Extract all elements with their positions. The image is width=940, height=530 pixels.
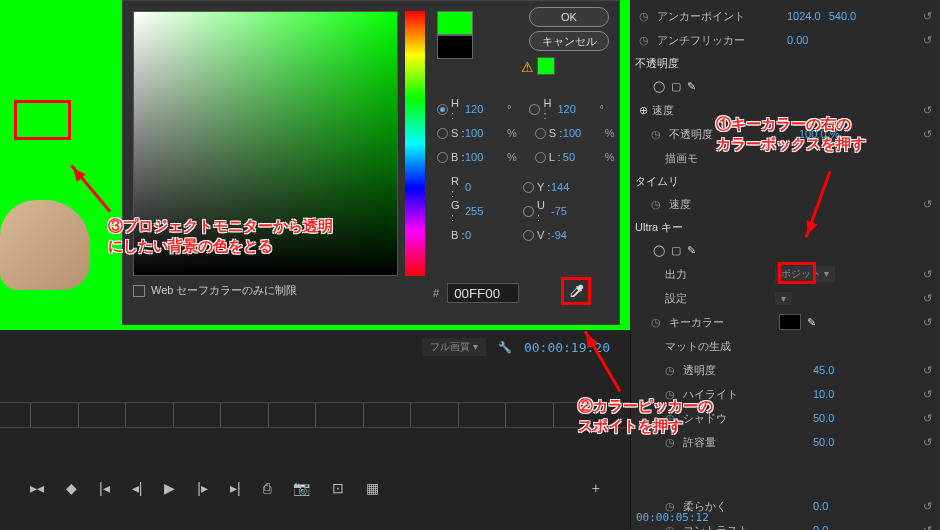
s2-value[interactable]: 100	[563, 127, 603, 139]
reset-icon[interactable]: ↺	[923, 412, 932, 425]
stopwatch-icon[interactable]: ◷	[651, 198, 665, 211]
shadow-value[interactable]: 50.0	[813, 412, 834, 424]
color-picker-dialog: OK キャンセル ⚠ H : 120° H : 120° S :	[122, 0, 620, 325]
annotation-box	[14, 100, 71, 140]
eyedropper-button[interactable]	[561, 277, 591, 305]
ultrakey-section[interactable]: Ultra キー	[631, 216, 940, 238]
l2-value[interactable]: 50	[563, 151, 603, 163]
hash-label: #	[433, 287, 439, 299]
current-color-swatch	[437, 35, 473, 59]
radio-u[interactable]	[523, 206, 534, 217]
b-value[interactable]: 100	[465, 151, 505, 163]
gamut-warning-icon[interactable]: ⚠	[521, 59, 534, 75]
reset-icon[interactable]: ↺	[923, 316, 932, 329]
ellipse-mask-icon[interactable]: ◯	[653, 244, 665, 257]
rect-mask-icon[interactable]: ▢	[671, 80, 681, 93]
highlight-value[interactable]: 10.0	[813, 388, 834, 400]
g-value[interactable]: 255	[465, 205, 505, 217]
reset-icon[interactable]: ↺	[923, 388, 932, 401]
radio-y[interactable]	[523, 182, 534, 193]
reset-icon[interactable]: ↺	[923, 268, 932, 281]
settings-icon[interactable]: 🔧	[498, 341, 512, 354]
hue-slider[interactable]	[405, 11, 425, 276]
reset-icon[interactable]: ↺	[923, 500, 932, 513]
ellipse-mask-icon[interactable]: ◯	[653, 80, 665, 93]
opacity-section[interactable]: 不透明度	[631, 52, 940, 74]
contrast-value[interactable]: 0.0	[813, 524, 828, 530]
pen-mask-icon[interactable]: ✎	[687, 244, 696, 257]
setting-dropdown[interactable]: ▾	[775, 292, 792, 305]
next-icon[interactable]: ▸|	[230, 480, 241, 496]
reset-icon[interactable]: ↺	[923, 34, 932, 47]
radio-h[interactable]	[437, 104, 448, 115]
anchor-y[interactable]: 540.0	[829, 10, 857, 22]
s-value[interactable]: 100	[465, 127, 505, 139]
y-value[interactable]: 144	[551, 181, 591, 193]
stopwatch-icon[interactable]: ◷	[665, 364, 679, 377]
reset-icon[interactable]: ↺	[923, 128, 932, 141]
stopwatch-icon[interactable]: ◷	[665, 524, 679, 531]
radio-b[interactable]	[437, 152, 448, 163]
annotation-3: ③プロジェクトモニターから透明 にしたい背景の色をとる	[108, 216, 333, 255]
timeremap-section[interactable]: タイムリ	[631, 170, 940, 192]
stopwatch-icon[interactable]: ◷	[665, 436, 679, 449]
new-color-swatch	[437, 11, 473, 35]
stopwatch-icon[interactable]: ◷	[651, 316, 665, 329]
h-value[interactable]: 120	[465, 103, 505, 115]
camera-icon[interactable]: 📷	[293, 480, 310, 496]
radio-s[interactable]	[437, 128, 448, 139]
safe-margins-icon[interactable]: ▦	[366, 480, 379, 496]
export-frame-icon[interactable]: ⎙	[263, 480, 271, 496]
stopwatch-icon[interactable]: ◷	[651, 128, 665, 141]
time-ruler[interactable]	[0, 402, 630, 428]
stopwatch-icon[interactable]: ◷	[639, 10, 653, 23]
hex-input[interactable]	[447, 283, 519, 303]
radio-s2[interactable]	[535, 128, 546, 139]
play-icon[interactable]: ▶	[164, 480, 175, 496]
h2-value[interactable]: 120	[557, 103, 597, 115]
step-fwd-icon[interactable]: |▸	[197, 480, 208, 496]
reset-icon[interactable]: ↺	[923, 524, 932, 531]
ok-button[interactable]: OK	[529, 7, 609, 27]
reset-icon[interactable]: ↺	[923, 10, 932, 23]
keycolor-swatch[interactable]	[779, 314, 801, 330]
timeline-panel: フル画質 ▾ 🔧 00:00:19:20 ▸◂ ◆ |◂ ◂| ▶ |▸ ▸| …	[0, 332, 630, 530]
annotation-1: ①キーカラーの右の カラーボックスを押す	[716, 114, 866, 153]
add-button-icon[interactable]: +	[592, 480, 600, 496]
websafe-label: Web セーフカラーのみに制限	[151, 283, 297, 298]
panel-timecode[interactable]: 00:00:05:12	[636, 511, 709, 524]
radio-h2[interactable]	[529, 104, 540, 115]
hand-graphic	[0, 200, 90, 290]
transparency-value[interactable]: 45.0	[813, 364, 834, 376]
u-value[interactable]: -75	[551, 205, 591, 217]
tolerance-value[interactable]: 50.0	[813, 436, 834, 448]
reset-icon[interactable]: ↺	[923, 198, 932, 211]
gamut-safe-swatch[interactable]	[537, 57, 555, 75]
radio-v[interactable]	[523, 230, 534, 241]
reset-icon[interactable]: ↺	[923, 104, 932, 117]
b-rgb-value[interactable]: 0	[465, 229, 505, 241]
speed-icon[interactable]: ⊕	[639, 104, 648, 117]
quality-dropdown[interactable]: フル画質 ▾	[422, 338, 486, 356]
softness-value[interactable]: 0.0	[813, 500, 828, 512]
crop-icon[interactable]: ⊡	[332, 480, 344, 496]
v-value[interactable]: -94	[551, 229, 591, 241]
reset-icon[interactable]: ↺	[923, 292, 932, 305]
step-back-icon[interactable]: ◂|	[132, 480, 143, 496]
prev-icon[interactable]: |◂	[99, 480, 110, 496]
eyedropper-icon[interactable]: ✎	[807, 316, 816, 329]
reset-icon[interactable]: ↺	[923, 364, 932, 377]
add-marker-icon[interactable]: ◆	[66, 480, 77, 496]
rect-mask-icon[interactable]: ▢	[671, 244, 681, 257]
annotation-highlight	[778, 262, 816, 284]
stopwatch-icon[interactable]: ◷	[639, 34, 653, 47]
radio-l2[interactable]	[535, 152, 546, 163]
pen-mask-icon[interactable]: ✎	[687, 80, 696, 93]
websafe-checkbox[interactable]	[133, 285, 145, 297]
r-value[interactable]: 0	[465, 181, 505, 193]
antiflicker-value[interactable]: 0.00	[787, 34, 808, 46]
reset-icon[interactable]: ↺	[923, 436, 932, 449]
cancel-button[interactable]: キャンセル	[529, 31, 609, 51]
anchor-x[interactable]: 1024.0	[787, 10, 821, 22]
marker-in-icon[interactable]: ▸◂	[30, 480, 44, 496]
